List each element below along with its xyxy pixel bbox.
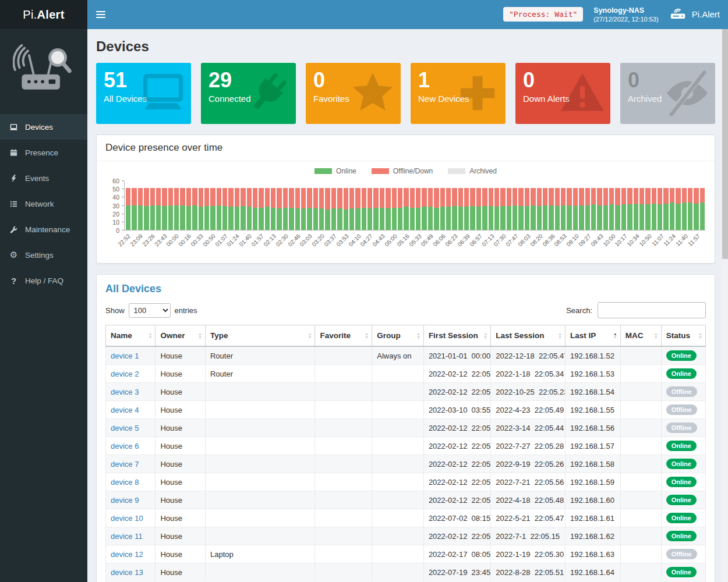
bar-segment-offline: [518, 188, 523, 206]
sidebar-item-events[interactable]: Events: [0, 165, 87, 191]
sidebar-item-presence[interactable]: Presence: [0, 140, 87, 165]
legend-swatch-online: [314, 168, 332, 174]
page-scrollbar[interactable]: [722, 29, 728, 582]
bar-segment-offline: [295, 188, 300, 208]
bar-segment-offline: [362, 188, 366, 208]
chart-bar: [591, 188, 596, 230]
bar-segment-offline: [228, 188, 233, 207]
column-header-favorite[interactable]: Favorite▲▼: [315, 325, 372, 347]
cell-name: device 3: [106, 383, 156, 401]
cell-type: [205, 455, 314, 473]
column-header-label: Owner: [160, 331, 185, 340]
x-tick-label: 23:26: [141, 233, 156, 247]
router-scan-icon: [669, 6, 687, 23]
sidebar-item-help[interactable]: ? Help / FAQ: [0, 268, 87, 293]
app-logo[interactable]: Pi.Alert: [0, 0, 87, 29]
bar-segment-offline: [132, 188, 136, 205]
cell-type: [205, 473, 314, 491]
bar-segment-online: [410, 208, 415, 230]
column-header-first_session[interactable]: First Session▲▼: [423, 325, 490, 347]
chart-bar: [344, 188, 348, 230]
x-tick-label: 00:16: [178, 233, 192, 247]
cell-last_ip: 192.168.1.61: [565, 509, 620, 527]
bar-segment-offline: [639, 188, 644, 204]
column-header-label: Group: [377, 331, 401, 340]
legend-archived[interactable]: Archived: [448, 167, 497, 175]
status-badge: Offline: [666, 549, 697, 559]
column-header-status[interactable]: Status▲▼: [661, 325, 705, 347]
cell-last_session: 2022-10-25 22:05.23: [491, 383, 566, 401]
card-new-devices[interactable]: 1 New Devices: [411, 63, 506, 124]
bar-segment-offline: [482, 188, 487, 206]
sidebar-item-devices[interactable]: Devices: [0, 114, 87, 140]
cell-name: device 13: [106, 563, 156, 581]
x-tick-label: 03:53: [335, 233, 349, 247]
card-archived[interactable]: 0 Archived: [620, 63, 715, 124]
cell-type: [205, 383, 314, 401]
sidebar-item-maintenance[interactable]: Maintenance: [0, 217, 87, 242]
card-connected[interactable]: 29 Connected: [201, 63, 296, 124]
column-header-type[interactable]: Type▲▼: [205, 325, 314, 347]
devices-table-body: device 1HouseRouterAlways on2021-01-01 0…: [106, 346, 706, 582]
bar-segment-offline: [265, 188, 270, 207]
cell-first_session: 2022-07-19 23:45: [423, 563, 490, 581]
bar-segment-online: [458, 207, 463, 230]
column-header-name[interactable]: Name▲▼: [106, 325, 156, 347]
navbar-brand-label: Pi.Alert: [692, 9, 720, 19]
status-badge: Online: [666, 495, 697, 505]
cell-first_session: 2022-02-12 22:05: [423, 491, 490, 509]
column-header-last_ip[interactable]: Last IP▲▼: [565, 325, 620, 347]
x-tick-label: 01:07: [214, 233, 228, 247]
device-link[interactable]: device 7: [111, 460, 139, 469]
chart-bar: [386, 188, 390, 230]
device-link[interactable]: device 11: [111, 532, 143, 541]
legend-offline[interactable]: Offline/Down: [372, 167, 433, 175]
column-header-group[interactable]: Group▲▼: [372, 325, 424, 347]
column-header-owner[interactable]: Owner▲▼: [156, 325, 205, 347]
device-row: device 11House2022-02-12 22:052022-7-1 2…: [106, 527, 706, 545]
bar-segment-offline: [186, 188, 191, 206]
x-tick-label: 01:57: [250, 233, 264, 247]
device-link[interactable]: device 2: [111, 370, 139, 378]
column-header-mac[interactable]: MAC▲▼: [620, 325, 661, 347]
device-link[interactable]: device 13: [111, 568, 143, 577]
x-tick-label: 08:03: [517, 233, 531, 247]
sidebar-item-settings[interactable]: ⚙ Settings: [0, 242, 87, 268]
chart-bar: [313, 188, 318, 230]
sidebar-item-network[interactable]: Network: [0, 191, 87, 217]
bar-segment-online: [265, 207, 270, 230]
x-tick-label: 05:49: [420, 233, 434, 247]
chart-bar: [658, 188, 662, 230]
cell-last_ip: 192.168.1.56: [565, 419, 620, 437]
chart-bar: [621, 188, 626, 230]
device-link[interactable]: device 8: [111, 478, 139, 487]
legend-online[interactable]: Online: [314, 167, 356, 175]
chart-bar: [228, 188, 233, 230]
device-link[interactable]: device 9: [111, 496, 139, 505]
sidebar-toggle-button[interactable]: [87, 0, 114, 29]
device-link[interactable]: device 10: [111, 514, 143, 523]
device-link[interactable]: device 1: [111, 352, 139, 360]
cell-mac: [620, 455, 661, 473]
gear-icon: ⚙: [9, 250, 19, 260]
device-link[interactable]: device 4: [111, 406, 139, 414]
x-tick-label: 05:00: [383, 233, 398, 247]
search-input[interactable]: [598, 302, 706, 318]
card-favorites[interactable]: 0 Favorites: [306, 63, 401, 124]
bar-segment-online: [344, 210, 348, 230]
bar-segment-offline: [259, 188, 263, 208]
device-link[interactable]: device 6: [111, 442, 139, 450]
navbar-brand[interactable]: Pi.Alert: [669, 6, 720, 23]
page-length-select[interactable]: 100: [129, 303, 171, 318]
scrollbar-thumb[interactable]: [722, 29, 728, 259]
device-link[interactable]: device 5: [111, 424, 139, 432]
process-status-badge: "Process: Wait": [503, 7, 583, 22]
card-down-alerts[interactable]: 0 Down Alerts: [515, 63, 610, 124]
card-all-devices[interactable]: 51 All Devices: [96, 63, 191, 124]
bar-segment-offline: [489, 188, 493, 206]
sidebar-item-label: Maintenance: [25, 225, 70, 234]
device-link[interactable]: device 3: [111, 388, 139, 396]
x-tick-label: 23:43: [153, 233, 168, 247]
column-header-last_session[interactable]: Last Session▲▼: [491, 325, 566, 347]
device-link[interactable]: device 12: [111, 550, 143, 559]
